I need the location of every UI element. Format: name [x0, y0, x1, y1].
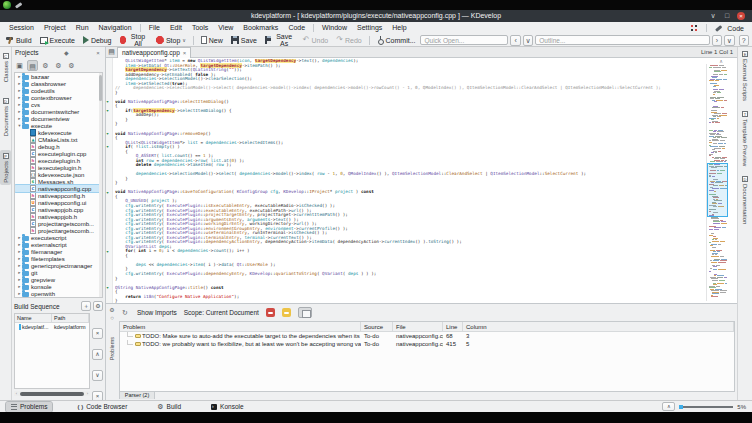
tree-scrollbar-thumb[interactable] [99, 75, 102, 101]
next-context-button[interactable]: › [712, 35, 722, 46]
tree-item-kdevexecute[interactable]: kdevexecute [15, 129, 102, 136]
move-up-button[interactable]: ∧ [92, 349, 103, 360]
move-down-button[interactable]: ∨ [92, 370, 103, 381]
fold-marker-icon[interactable]: ▾ [107, 145, 109, 149]
fold-marker-icon[interactable]: ▾ [107, 286, 109, 290]
tree-item-kdevexecute-json[interactable]: {}kdevexecute.json [15, 171, 102, 178]
tree-item-nativeappconfig-ui[interactable]: Unativeappconfig.ui [15, 199, 102, 206]
tree-item-externalscript[interactable]: ▸externalscript [15, 241, 102, 248]
tree-item-projecttargetscomb[interactable]: hprojecttargetscomb... [15, 227, 102, 234]
column-header-file[interactable]: File [393, 322, 443, 331]
tree-item-messages-sh[interactable]: $Messages.sh [15, 178, 102, 185]
scroll-right-icon[interactable]: › [85, 391, 90, 396]
toolview-menu-icon[interactable]: ◆ [62, 49, 70, 56]
hints-filter-icon[interactable] [298, 307, 312, 318]
tree-item-nativeappconfig-h[interactable]: hnativeappconfig.h [15, 192, 102, 199]
force-full-update-icon[interactable]: ↻ [120, 308, 130, 318]
menu-view[interactable]: View [213, 22, 238, 34]
right-tab-documentation[interactable]: DDocumentation [742, 176, 748, 224]
tree-scrollbar[interactable] [99, 73, 102, 297]
tree-item-projecttargetscomb[interactable]: Cprojecttargetscomb... [15, 220, 102, 227]
toolview-button-konsole[interactable]: Konsole [206, 402, 249, 412]
tree-item-nativeappconfig-cpp[interactable]: Cnativeappconfig.cpp [15, 185, 102, 192]
minimize-button[interactable]: ∨ [708, 10, 718, 22]
menu-project[interactable]: Project [39, 22, 71, 34]
problem-row[interactable]: TODO: Make sure to auto-add the executab… [120, 332, 734, 340]
outline-dropdown-button[interactable]: ∨ [724, 35, 734, 46]
tree-item-bazaar[interactable]: ▸bazaar [15, 73, 102, 80]
tree-item-debug-h[interactable]: hdebug.h [15, 143, 102, 150]
column-header-name[interactable]: Name [15, 314, 52, 322]
right-tab-template-preview[interactable]: TTemplate Preview [742, 111, 748, 166]
tree-item-openwith[interactable]: ▸openwith [15, 290, 102, 297]
fold-marker-icon[interactable]: ▾ [107, 132, 109, 136]
right-tab-external-scripts[interactable]: EExternal Scripts [742, 51, 748, 101]
warnings-filter-icon[interactable] [282, 308, 291, 317]
expand-progress-icon[interactable]: ∧ [662, 402, 675, 411]
fold-marker-icon[interactable]: ▾ [107, 100, 109, 104]
scrollbar-minimap[interactable] [706, 64, 728, 301]
tree-item-execute[interactable]: ▾execute [15, 122, 102, 129]
tree-item-classbrowser[interactable]: ▸classbrowser [15, 80, 102, 87]
column-header-problem[interactable]: Problem [120, 322, 361, 331]
menu-help[interactable]: Help [387, 22, 411, 34]
scroll-left-icon[interactable]: ‹ [14, 391, 19, 396]
execute-button[interactable]: Execute [37, 35, 78, 46]
column-header-path[interactable]: Path [52, 314, 89, 322]
sidebar-tab-documents[interactable]: DDocuments [0, 95, 11, 139]
tree-item-codeutils[interactable]: ▸codeutils [15, 87, 102, 94]
locate-document-icon[interactable]: ▣ [14, 60, 25, 71]
menu-settings[interactable]: Settings [352, 22, 387, 34]
toolview-button-problems[interactable]: Problems [6, 402, 52, 412]
tree-item-contextbrowser[interactable]: ▸contextbrowser [15, 94, 102, 101]
build-sequence-settings-button[interactable]: ⚙ [93, 301, 103, 311]
debug-button[interactable]: Debug [80, 35, 115, 46]
working-area-code[interactable]: Code [727, 25, 744, 32]
build-sequence-row[interactable]: kdevplatf...kdevplatform [15, 323, 89, 331]
stop-button[interactable]: Stop∨ [153, 35, 189, 46]
install-selection-icon[interactable]: ⚙ [53, 60, 64, 71]
code-text[interactable]: QListWidgetItem* item = new QListWidgetI… [115, 59, 704, 303]
fold-marker-icon[interactable]: ▾ [107, 109, 109, 113]
show-targets-icon[interactable]: ▤ [27, 60, 38, 71]
toolview-close-icon[interactable]: × [94, 50, 102, 56]
sidebar-tab-projects[interactable]: PProjects [0, 150, 11, 186]
tree-item-cmakelists-txt[interactable]: ▲CMakeLists.txt [15, 136, 102, 143]
document-tab[interactable]: nativeappconfig.cpp × [117, 47, 191, 58]
clean-selection-icon[interactable]: ⚙ [66, 60, 77, 71]
stop-all-button[interactable]: Stop All [117, 35, 151, 46]
redo-button[interactable]: ↷Redo [333, 35, 364, 46]
tree-item-executeplugin-h[interactable]: hexecuteplugin.h [15, 157, 102, 164]
toolview-button-code-browser[interactable]: ( )Code Browser [72, 402, 132, 412]
tree-item-genericprojectmanager[interactable]: ▸genericprojectmanager [15, 262, 102, 269]
close-button[interactable]: × [736, 10, 746, 22]
tree-item-konsole[interactable]: ▸konsole [15, 283, 102, 290]
column-header-line[interactable]: Line [443, 322, 463, 331]
area-switcher-icon[interactable] [690, 24, 698, 32]
add-to-build-sequence-button[interactable]: ＋ [81, 301, 91, 311]
build-selection-icon[interactable]: ⚙ [40, 60, 51, 71]
build-button[interactable]: Build [3, 35, 35, 46]
tab-close-icon[interactable]: × [183, 50, 187, 56]
previous-context-button[interactable]: ‹ [510, 35, 520, 46]
fold-marker-icon[interactable]: ▾ [107, 191, 109, 195]
code-editor[interactable]: ▾▾▾▾▾▾▾ QListWidgetItem* item = new QLis… [105, 58, 737, 303]
toolview-settings-icon[interactable]: ⚙ [109, 306, 114, 313]
errors-filter-icon[interactable] [266, 308, 275, 317]
menu-tools[interactable]: Tools [187, 22, 213, 34]
problem-row[interactable]: TODO: we probably want to flexibilize, b… [120, 340, 734, 348]
tree-item-documentswitcher[interactable]: ▸documentswitcher [15, 108, 102, 115]
save-as-button[interactable]: Save As [262, 35, 298, 46]
help-button[interactable]: ? [739, 35, 749, 46]
scope-selector[interactable]: Scope: Current Document [184, 309, 259, 316]
build-sequence-hscrollbar[interactable]: ‹ › [14, 391, 90, 396]
tree-item-executescript[interactable]: ▸executescript [15, 234, 102, 241]
folding-gutter[interactable]: ▾▾▾▾▾▾▾ [106, 58, 113, 303]
fold-marker-icon[interactable]: ▾ [107, 250, 109, 254]
menu-run[interactable]: Run [71, 22, 94, 34]
new-button[interactable]: New [198, 35, 226, 46]
column-header-source[interactable]: Source [361, 322, 393, 331]
tree-item-nativeappjob-cpp[interactable]: Cnativeappjob.cpp [15, 206, 102, 213]
save-button[interactable]: Save [228, 35, 260, 46]
menu-session[interactable]: Session [4, 22, 39, 34]
